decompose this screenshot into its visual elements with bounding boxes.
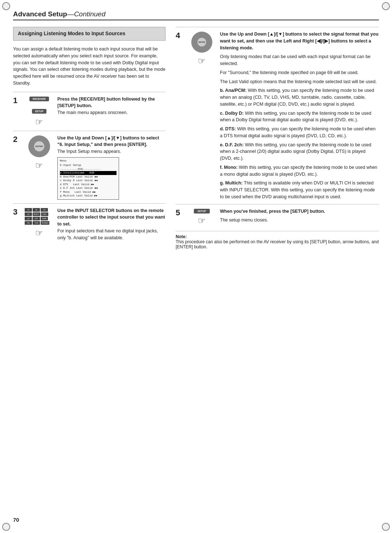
step-5-title: When you've finished, press the [SETUP] … (220, 209, 325, 214)
step-2: 2 ENTER ☞ Use the Up and Down [▲]/[▼] bu… (13, 131, 166, 203)
menu-display-title: Menu (60, 159, 117, 163)
input-btn-multi: MULTI (33, 212, 40, 216)
step-2-number: 2 (13, 135, 21, 143)
input-row-2: V4 MULTI DVD (25, 212, 54, 216)
step-4-image: ENTER ☞ (187, 31, 216, 66)
step-5-remote: SETUP ☞ (194, 209, 210, 226)
menu-line-2: a.IntelliVolume 0dB (60, 171, 117, 175)
step-5-content: When you've finished, press the [SETUP] … (220, 208, 379, 224)
main-content: Assigning Listening Modes to Input Sourc… (13, 27, 379, 249)
step-2-remote: ENTER ☞ (28, 135, 50, 171)
left-column: Assigning Listening Modes to Input Sourc… (13, 27, 166, 245)
input-row-3: LD SAT TAPE (25, 217, 54, 220)
step-4-remote: ENTER ☞ (191, 32, 212, 66)
step-5: 5 SETUP ☞ When you've finished, press th… (176, 204, 379, 229)
step-4: 4 ENTER ☞ Use the Up and Down [▲]/[▼] bu… (176, 27, 379, 204)
step-3-body: For input selectors that have no digital… (57, 228, 158, 240)
input-btn-tun: TUN (33, 221, 40, 225)
nav-ring-inner: ENTER (34, 141, 44, 151)
menu-line-5: d DTS Last Valid ▶▶ (60, 183, 117, 187)
menu-line-7: f Mono Last Valid ▶▶ (60, 190, 117, 194)
step-2-body: The Input Setup menu appears. (57, 149, 121, 154)
input-btn-v1: V1 (25, 208, 32, 212)
nav-ring-4-outer: ENTER (191, 32, 212, 53)
page-wrapper: Advanced Setup—Continued Assigning Liste… (0, 0, 392, 260)
step-5-body: The setup menu closes. (220, 217, 379, 224)
step-4-number: 4 (176, 31, 184, 40)
menu-display: Menu 6.Input Setup -----------DVD-------… (57, 157, 119, 200)
hand-pointer-icon: ☞ (35, 117, 43, 127)
step-5-number: 5 (176, 208, 184, 217)
note-text: This procedure can also be performed on … (176, 239, 379, 249)
step-4-para-0: Only listening modes that can be used wi… (220, 53, 379, 67)
menu-line-3: b Ana/PCM Last Valid ◀◀ (60, 175, 117, 179)
step-2-content: Use the Up and Down [▲]/[▼] buttons to s… (57, 135, 166, 200)
step-4-title: Use the Up and Down [▲]/[▼] buttons to s… (220, 32, 379, 50)
input-btn-v3: V3 (41, 208, 48, 212)
setup-btn-icon: SETUP (194, 209, 210, 213)
page-number: 70 (13, 517, 19, 523)
step-1-title: Press the [RECEIVER] button followed by … (57, 97, 155, 109)
corner-mark-tl (2, 2, 10, 10)
corner-mark-tr (382, 2, 390, 10)
menu-line-4: c Dolby D Last Valid ◀◀ (60, 179, 117, 183)
step-4-para-2: The Last Valid option means that the lis… (220, 78, 379, 85)
step-3: 3 V1 V2 V3 V4 MULTI DVD (13, 203, 166, 245)
menu-line-1: -----------DVD----------- (60, 167, 117, 171)
step-4-para-1: For "Surround," the listening mode speci… (220, 69, 379, 76)
menu-line-6: e D.F 2ch Last Valid ◀◀ (60, 186, 117, 190)
nav-ring-4-inner: ENTER (197, 38, 206, 46)
step-4-content: Use the Up and Down [▲]/[▼] buttons to s… (220, 31, 379, 200)
step-3-title: Use the INPUT SELECTOR buttons on the re… (57, 208, 165, 227)
step-3-remote: V1 V2 V3 V4 MULTI DVD LD SAT (25, 208, 54, 238)
input-btn-phono: PHONO (41, 221, 49, 225)
step-3-image: V1 V2 V3 V4 MULTI DVD LD SAT (25, 207, 54, 238)
input-btn-sat: SAT (33, 217, 40, 220)
section-title: Assigning Listening Modes to Input Sourc… (18, 30, 161, 37)
input-selector-icon: V1 V2 V3 V4 MULTI DVD LD SAT (25, 208, 54, 225)
step-1-content: Press the [RECEIVER] button followed by … (57, 96, 166, 116)
input-row-1: V1 V2 V3 (25, 208, 54, 212)
input-btn-dvd: DVD (41, 212, 48, 216)
hand-pointer-4-icon: ☞ (198, 56, 206, 66)
page-title: Advanced Setup—Continued (13, 10, 106, 18)
step-3-number: 3 (13, 207, 21, 216)
nav-ring-4-icon: ENTER (191, 32, 212, 53)
right-column: 4 ENTER ☞ Use the Up and Down [▲]/[▼] bu… (176, 27, 379, 249)
menu-line-8: g Multich Last Valid ▶▶ (60, 194, 117, 198)
receiver-button-icon: RECEIVER (29, 97, 49, 101)
hand-pointer-5-icon: ☞ (198, 216, 206, 226)
step-4-para-5: d. DTS: With this setting, you can speci… (220, 126, 379, 139)
note-box: Note: This procedure can also be perform… (176, 231, 379, 249)
step-2-image: ENTER ☞ (25, 135, 54, 171)
input-btn-v2: V2 (33, 208, 40, 212)
step-4-para-3: b. Ana/PCM: With this setting, you can s… (220, 87, 379, 107)
input-row-4: CD TUN PHONO (25, 221, 54, 225)
input-btn-ld: LD (25, 217, 32, 220)
menu-line-0: 6.Input Setup (60, 163, 117, 167)
corner-mark-bl (2, 523, 10, 531)
step-4-para-6: e. D.F. 2ch: With this setting, you can … (220, 142, 379, 162)
input-btn-v4: V4 (25, 212, 32, 216)
step-4-para-8: g. Multich: This setting is available on… (220, 180, 379, 200)
section-intro: You can assign a default listening mode … (13, 46, 166, 87)
step-2-title: Use the Up and Down [▲]/[▼] buttons to s… (57, 135, 159, 147)
input-btn-tape: TAPE (41, 217, 48, 220)
step-1-image: RECEIVER SETUP ☞ (25, 96, 54, 127)
nav-ring-outer: ENTER (28, 135, 50, 157)
step-1-remote: RECEIVER SETUP ☞ (29, 97, 49, 127)
step-5-image: SETUP ☞ (187, 208, 216, 226)
step-4-para-7: f. Mono: With this setting, you can spec… (220, 164, 379, 178)
section-title-box: Assigning Listening Modes to Input Sourc… (13, 27, 166, 41)
input-btn-cd: CD (25, 221, 32, 225)
setup-button-icon: SETUP (32, 109, 46, 114)
step-1-number: 1 (13, 96, 21, 105)
note-label: Note: (176, 234, 187, 239)
step-1: 1 RECEIVER SETUP ☞ Press the [RECEIVER] … (13, 92, 166, 131)
nav-ring-icon: ENTER (28, 135, 50, 157)
hand-pointer-3-icon: ☞ (35, 228, 43, 238)
page-header: Advanced Setup—Continued (13, 10, 379, 20)
corner-mark-br (382, 523, 390, 531)
step-1-body: The main menu appears onscreen. (57, 110, 128, 115)
step-3-content: Use the INPUT SELECTOR buttons on the re… (57, 207, 166, 241)
